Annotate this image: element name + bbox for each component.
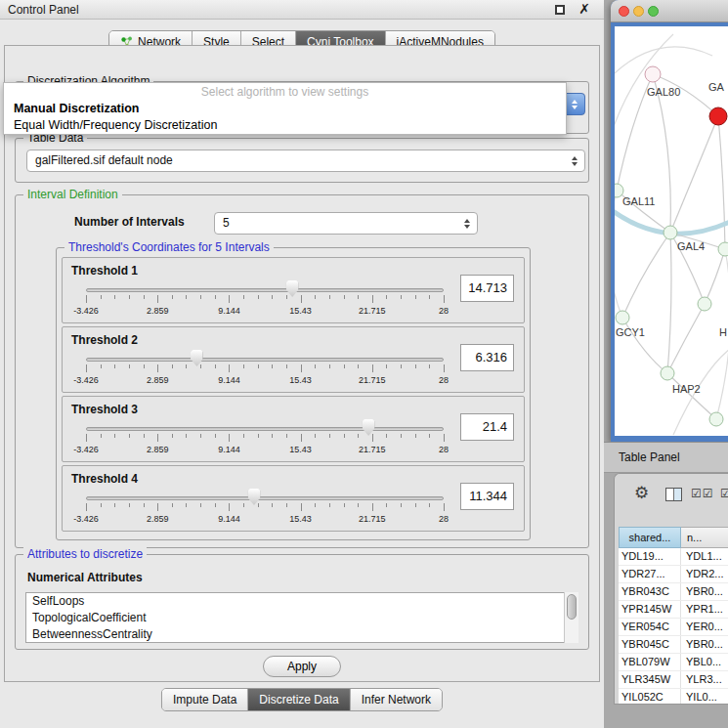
network-node[interactable] bbox=[664, 226, 677, 239]
select-checkboxes-icon[interactable]: ☑☑ bbox=[691, 487, 714, 500]
slider-tick bbox=[401, 434, 402, 438]
slider-tick bbox=[444, 364, 445, 372]
list-scrollbar[interactable] bbox=[564, 592, 578, 643]
threshold-value-field[interactable]: 11.344 bbox=[460, 483, 514, 510]
network-canvas[interactable]: GAL80GAGAL11GAL4GCY1HHAP2 bbox=[615, 26, 728, 436]
minimize-traffic-light-icon[interactable] bbox=[633, 6, 644, 17]
network-edge[interactable] bbox=[653, 74, 670, 233]
table-row[interactable]: YBL079W YBL0... bbox=[619, 654, 728, 671]
network-node[interactable] bbox=[645, 66, 661, 82]
network-edge[interactable] bbox=[705, 249, 725, 304]
network-node[interactable] bbox=[709, 107, 727, 125]
attribute-item[interactable]: TopologicalCoefficient bbox=[26, 610, 578, 626]
network-edge[interactable] bbox=[667, 373, 716, 419]
attribute-item[interactable]: BetweennessCentrality bbox=[26, 626, 578, 643]
network-node[interactable] bbox=[698, 297, 711, 311]
network-edge[interactable] bbox=[667, 233, 671, 373]
network-node[interactable] bbox=[709, 412, 723, 426]
combobox-arrows-icon[interactable] bbox=[572, 156, 578, 166]
table-row[interactable]: YBR045C YBR0... bbox=[619, 636, 728, 654]
table-cell[interactable]: YBR0... bbox=[681, 583, 728, 600]
table-row[interactable]: YIL052C YIL0... bbox=[619, 689, 728, 704]
table-cell[interactable]: YDL19... bbox=[619, 548, 681, 565]
network-edge[interactable] bbox=[667, 304, 705, 373]
tab-discretize-data[interactable]: Discretize Data bbox=[248, 689, 350, 710]
network-edge[interactable] bbox=[615, 34, 673, 173]
combobox-arrows-icon[interactable] bbox=[464, 219, 470, 229]
table-cell[interactable]: YDR2... bbox=[681, 566, 728, 582]
slider-tick bbox=[144, 364, 145, 368]
close-icon[interactable]: ✗ bbox=[578, 1, 590, 17]
zoom-traffic-light-icon[interactable] bbox=[648, 6, 659, 17]
slider-tick bbox=[344, 364, 345, 368]
threshold-slider[interactable]: -3.4262.8599.14415.4321.71528 bbox=[86, 349, 444, 390]
slider-tick bbox=[429, 295, 430, 299]
table-cell[interactable]: YBL079W bbox=[619, 654, 681, 670]
apply-button[interactable]: Apply bbox=[263, 656, 341, 677]
algorithm-option[interactable]: Manual Discretization bbox=[4, 101, 566, 117]
numerical-attributes-list[interactable]: SelfLoopsTopologicalCoefficientBetweenne… bbox=[25, 592, 578, 643]
select-checkboxes-icon-2[interactable]: ☑☑ bbox=[720, 487, 728, 500]
column-header-shared[interactable]: shared... bbox=[619, 527, 681, 548]
group-title: Interval Definition bbox=[23, 188, 122, 201]
threshold-slider[interactable]: -3.4262.8599.14415.4321.71528 bbox=[86, 279, 444, 321]
table-cell[interactable]: YLR345W bbox=[619, 671, 681, 688]
network-node[interactable] bbox=[718, 242, 728, 256]
slider-tick bbox=[272, 503, 273, 507]
tab-infer-network[interactable]: Infer Network bbox=[351, 689, 442, 710]
table-cell[interactable]: YER054C bbox=[619, 619, 681, 635]
tab-impute-data[interactable]: Impute Data bbox=[162, 689, 248, 710]
table-row[interactable]: YLR345W YLR3... bbox=[619, 671, 728, 689]
table-row[interactable]: YBR043C YBR0... bbox=[619, 583, 728, 601]
threshold-value-field[interactable]: 6.316 bbox=[460, 344, 514, 371]
slider-tick bbox=[101, 503, 102, 507]
network-node[interactable] bbox=[616, 311, 629, 324]
gear-icon[interactable]: ⚙ bbox=[634, 483, 649, 503]
network-edge[interactable] bbox=[670, 116, 718, 233]
table-cell[interactable]: YER0... bbox=[681, 619, 728, 635]
table-cell[interactable]: YDR27... bbox=[619, 566, 681, 582]
slider-track[interactable] bbox=[86, 288, 444, 292]
slider-tick bbox=[200, 364, 201, 368]
network-edge[interactable] bbox=[718, 116, 725, 249]
table-cell[interactable]: YLR3... bbox=[681, 671, 728, 688]
table-cell[interactable]: YBR0... bbox=[681, 636, 728, 653]
threshold-slider[interactable]: -3.4262.8599.14415.4321.71528 bbox=[86, 488, 444, 529]
threshold-value-field[interactable]: 21.4 bbox=[460, 413, 514, 441]
network-edge[interactable] bbox=[615, 191, 622, 318]
slider-track[interactable] bbox=[86, 427, 444, 431]
threshold-slider[interactable]: -3.4262.8599.14415.4321.71528 bbox=[86, 418, 444, 459]
scrollbar-thumb[interactable] bbox=[567, 594, 577, 620]
table-cell[interactable]: YPR145W bbox=[619, 601, 681, 618]
table-row[interactable]: YDR27... YDR2... bbox=[619, 566, 728, 583]
column-header-name[interactable]: n... bbox=[681, 527, 728, 548]
slider-tick bbox=[157, 364, 158, 372]
table-data-combobox[interactable]: galFiltered.sif default node bbox=[26, 150, 585, 172]
popup-placeholder-text: Select algorithm to view settings bbox=[4, 84, 566, 101]
threshold-value-field[interactable]: 14.713 bbox=[460, 275, 514, 302]
table-cell[interactable]: YBL0... bbox=[681, 654, 728, 670]
combobox-arrows-icon[interactable] bbox=[564, 93, 585, 115]
table-cell[interactable]: YIL0... bbox=[681, 689, 728, 704]
attribute-item[interactable]: SelfLoops bbox=[26, 593, 578, 610]
table-cell[interactable]: YBR045C bbox=[619, 636, 681, 653]
slider-track[interactable] bbox=[86, 358, 444, 362]
algorithm-option[interactable]: Equal Width/Frequency Discretization bbox=[4, 117, 566, 134]
table-row[interactable]: YDL19... YDL1... bbox=[619, 548, 728, 566]
threshold-label: Threshold 2 bbox=[71, 333, 138, 347]
table-cell[interactable]: YDL1... bbox=[681, 548, 728, 565]
slider-track[interactable] bbox=[86, 496, 444, 500]
network-node[interactable] bbox=[661, 366, 674, 380]
table-cell[interactable]: YBR043C bbox=[619, 583, 681, 600]
column-selector-icon[interactable] bbox=[665, 488, 682, 501]
slider-tick bbox=[157, 434, 158, 442]
float-window-icon[interactable] bbox=[555, 5, 565, 15]
table-row[interactable]: YPR145W YPR1... bbox=[619, 601, 728, 619]
table-cell[interactable]: YIL052C bbox=[619, 689, 681, 704]
table-cell[interactable]: YPR1... bbox=[681, 601, 728, 618]
threshold-panel: Threshold 2 -3.4262.8599.14415.4321.7152… bbox=[62, 326, 525, 393]
close-traffic-light-icon[interactable] bbox=[619, 6, 629, 17]
table-row[interactable]: YER054C YER0... bbox=[619, 619, 728, 636]
network-edge[interactable] bbox=[622, 233, 670, 318]
number-of-intervals-combobox[interactable]: 5 bbox=[214, 212, 478, 235]
